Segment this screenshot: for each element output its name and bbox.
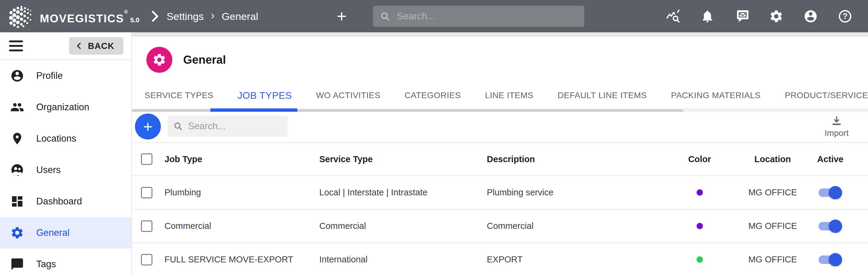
service-type-cell: Local | Interstate | Intrastate (313, 187, 481, 197)
query-stats-icon[interactable] (666, 9, 680, 24)
brand-logo[interactable]: MOVEGISTICS® 5.0 (8, 4, 140, 28)
job-type-cell: Commercial (158, 221, 313, 231)
help-icon[interactable]: ? (838, 9, 852, 24)
active-toggle[interactable] (818, 253, 842, 267)
main-content: General SERVICE TYPES JOB TYPES WO ACTIV… (132, 32, 868, 276)
row-checkbox[interactable] (141, 187, 152, 198)
color-dot (696, 189, 703, 196)
people-icon (10, 100, 24, 114)
tab-service-types[interactable]: SERVICE TYPES (132, 91, 225, 100)
sidebar-item-dashboard[interactable]: Dashboard (0, 186, 131, 217)
global-search[interactable] (373, 6, 584, 27)
service-type-cell: International (313, 254, 481, 265)
active-tab-indicator (210, 109, 297, 112)
job-types-search-input[interactable] (188, 121, 282, 132)
svg-text:?: ? (843, 12, 848, 21)
registered-mark: ® (124, 9, 129, 15)
color-dot (696, 223, 703, 229)
tab-job-types[interactable]: JOB TYPES (225, 90, 304, 101)
select-all-checkbox[interactable] (141, 153, 152, 165)
search-icon (173, 121, 183, 131)
sidebar-nav: Profile Organization Locations Users (0, 60, 131, 276)
active-toggle[interactable] (818, 186, 842, 200)
general-header-card: General SERVICE TYPES JOB TYPES WO ACTIV… (132, 37, 868, 112)
job-types-toolbar: + Import (132, 112, 868, 142)
row-checkbox[interactable] (141, 220, 152, 232)
account-circle-icon[interactable] (803, 9, 818, 24)
tab-packing-materials[interactable]: PACKING MATERIALS (659, 91, 773, 100)
col-job-type: Job Type (158, 154, 313, 164)
table-row-plumbing[interactable]: Plumbing Local | Interstate | Intrastate… (132, 176, 868, 209)
dotted-globe-icon (8, 4, 34, 30)
tab-categories[interactable]: CATEGORIES (392, 91, 473, 100)
add-job-type-button[interactable]: + (135, 114, 161, 140)
col-location: Location (730, 154, 815, 164)
job-type-cell: FULL SERVICE MOVE-EXPORT (158, 254, 313, 265)
col-color: Color (670, 154, 730, 164)
page-title: General (183, 54, 226, 66)
page-title-row: General (146, 47, 226, 73)
page-background-strip (132, 32, 868, 37)
settings-sidebar: BACK Profile Organization Locations (0, 32, 132, 276)
back-button[interactable]: BACK (69, 37, 123, 55)
search-icon (380, 11, 391, 22)
chevron-left-icon (75, 41, 83, 51)
col-active: Active (815, 154, 845, 164)
tab-line-items[interactable]: LINE ITEMS (473, 91, 546, 100)
table-row-full-service-move-export[interactable]: FULL SERVICE MOVE-EXPORT International E… (132, 243, 868, 276)
tab-product-service[interactable]: PRODUCT/SERVICE (773, 91, 868, 100)
col-description: Description (481, 154, 670, 164)
col-service-type: Service Type (313, 154, 481, 164)
brand-version: 5.0 (130, 16, 140, 28)
sidebar-item-users[interactable]: Users (0, 154, 131, 186)
location-cell: MG OFFICE (730, 221, 815, 231)
topbar: MOVEGISTICS® 5.0 Settings › General + (0, 0, 868, 32)
topbar-icons: ? (666, 9, 868, 24)
tab-wo-activities[interactable]: WO ACTIVITIES (304, 91, 392, 100)
color-dot (696, 256, 703, 263)
service-type-cell: Commercial (313, 221, 481, 231)
row-checkbox[interactable] (141, 254, 152, 266)
import-button[interactable]: Import (817, 114, 856, 140)
topbar-add-button[interactable]: + (334, 8, 350, 25)
breadcrumb-chevron-icon (150, 10, 160, 22)
description-cell: Plumbing service (481, 187, 670, 197)
breadcrumb-separator: › (211, 9, 215, 22)
job-types-search[interactable] (167, 116, 288, 137)
notifications-bell-icon[interactable] (700, 9, 715, 24)
settings-tabs: SERVICE TYPES JOB TYPES WO ACTIVITIES CA… (132, 84, 868, 107)
sidebar-item-tags[interactable]: Tags (0, 248, 131, 276)
place-pin-icon (10, 132, 24, 146)
breadcrumb-general[interactable]: General (222, 10, 258, 22)
description-cell: EXPORT (481, 254, 670, 265)
sidebar-item-locations[interactable]: Locations (0, 123, 131, 154)
sidebar-item-organization[interactable]: Organization (0, 92, 131, 123)
description-cell: Commercial (481, 221, 670, 231)
active-toggle[interactable] (818, 219, 842, 233)
brand-name: MOVEGISTICS® (40, 13, 129, 28)
table-header-row: Job Type Service Type Description Color … (132, 142, 868, 176)
gear-icon (10, 226, 24, 240)
account-circle-icon (10, 69, 24, 83)
dashboard-icon (10, 194, 24, 208)
download-icon (831, 116, 843, 126)
users-circle-icon (10, 163, 24, 177)
menu-hamburger-icon[interactable] (9, 40, 23, 51)
sidebar-header: BACK (0, 32, 131, 60)
general-gear-badge (146, 47, 172, 73)
table-row-commercial[interactable]: Commercial Commercial Commercial MG OFFI… (132, 209, 868, 243)
sidebar-item-general[interactable]: General (0, 217, 131, 248)
breadcrumb: Settings › General (166, 10, 258, 23)
tab-default-line-items[interactable]: DEFAULT LINE ITEMS (546, 91, 659, 100)
gear-icon (152, 53, 166, 67)
job-type-cell: Plumbing (158, 187, 313, 197)
sidebar-item-profile[interactable]: Profile (0, 60, 131, 92)
breadcrumb-settings[interactable]: Settings (166, 10, 204, 22)
chat-bubble-icon (10, 257, 24, 271)
global-search-input[interactable] (397, 10, 578, 22)
location-cell: MG OFFICE (730, 187, 815, 197)
job-types-table: Job Type Service Type Description Color … (132, 142, 868, 276)
chat-message-icon[interactable] (735, 9, 749, 24)
location-cell: MG OFFICE (730, 254, 815, 265)
settings-gear-icon[interactable] (769, 9, 783, 24)
